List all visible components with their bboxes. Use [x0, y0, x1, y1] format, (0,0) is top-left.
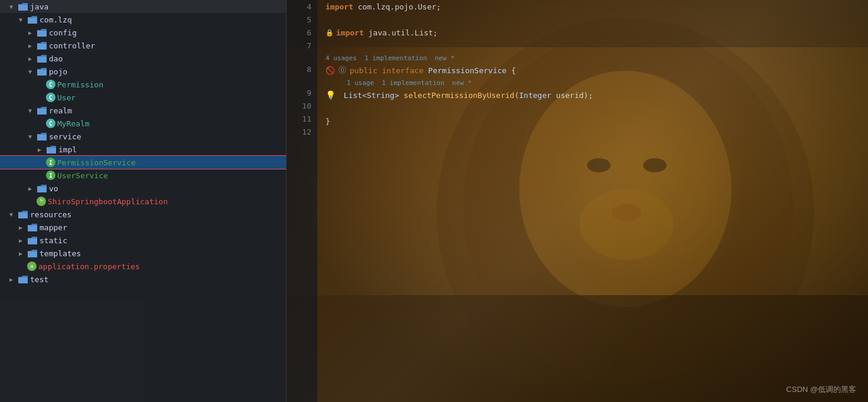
class-icon-myrealm: C: [46, 119, 55, 128]
item-label-controller: controller: [49, 41, 95, 50]
folder-icon-resources: [18, 210, 28, 218]
tree-item-comlzq[interactable]: com.lzq: [0, 13, 286, 26]
no-op-icon-8b: ⓪: [338, 65, 346, 76]
tree-item-pojo[interactable]: pojo: [0, 65, 286, 78]
arrow-controller: [28, 43, 37, 49]
folder-icon-controller: [37, 41, 47, 50]
arrow-dao: [28, 55, 37, 62]
code-line-11: }: [317, 115, 868, 128]
item-label-shirospringboot: ShiroSpringbootApplication: [48, 197, 168, 206]
hint-new-2[interactable]: new *: [452, 79, 472, 87]
item-label-userservice: UserService: [57, 171, 108, 180]
code-line-9: 💡 List<String> selectPermissionByUserid …: [317, 89, 868, 102]
hint-line-2: 1 usage 1 implementation new *: [317, 77, 868, 89]
arrow-service: [28, 133, 37, 140]
space-8b: [423, 66, 428, 75]
item-label-permissionservice: PermissionService: [57, 158, 136, 167]
tree-item-templates[interactable]: templates: [0, 247, 286, 260]
tree-item-resources[interactable]: resources: [0, 208, 286, 221]
line-num-hint1: -: [287, 52, 317, 63]
item-label-user: User: [57, 93, 75, 102]
paren-9: (: [514, 91, 519, 100]
item-label-templates: templates: [40, 249, 81, 258]
item-label-java: java: [30, 2, 48, 11]
code-overlay: 4 5 6 7 - 8 - 9 10 11 12 import com.lzq.…: [287, 0, 868, 402]
tree-item-permission-class[interactable]: C Permission: [0, 78, 286, 91]
csdn-watermark: CSDN @低调的黑客: [786, 384, 856, 395]
item-label-impl: impl: [58, 145, 77, 154]
code-text-4: com.lzq.pojo.User;: [353, 2, 441, 11]
folder-icon-templates: [27, 249, 38, 257]
code-line-12: [317, 128, 868, 140]
item-label-config: config: [49, 28, 77, 37]
hint-sep-2b: [445, 79, 452, 87]
tree-item-static[interactable]: static: [0, 234, 286, 247]
hint-usages-1[interactable]: 4 usages: [326, 54, 357, 62]
line-numbers-gutter: 4 5 6 7 - 8 - 9 10 11 12: [287, 0, 317, 402]
props-icon-application: ⚙: [27, 262, 37, 271]
hint-impl-2[interactable]: 1 implementation: [382, 79, 445, 87]
tree-item-myrealm[interactable]: C MyRealm: [0, 117, 286, 130]
kw-interface-8: interface: [382, 66, 423, 75]
hint-usage-2[interactable]: 1 usage: [347, 79, 374, 87]
tree-item-userservice[interactable]: I UserService: [0, 169, 286, 182]
line-num-6: 6: [287, 26, 317, 39]
arrow-resources: [9, 211, 18, 218]
brace-8: {: [507, 66, 516, 75]
item-label-resources: resources: [30, 210, 71, 219]
lock-icon-line6: 🔒: [326, 29, 334, 37]
space-9b: [399, 91, 404, 100]
arrow-impl: [38, 146, 46, 153]
param-type-9: Integer: [519, 91, 551, 100]
arrow-static: [19, 237, 27, 244]
item-label-test: test: [30, 275, 48, 284]
code-line-4: import com.lzq.pojo.User;: [317, 0, 868, 13]
item-label-comlzq: com.lzq: [40, 15, 72, 24]
code-text-6: java.util.List;: [364, 28, 438, 37]
item-label-dao: dao: [49, 54, 63, 63]
folder-icon-dao: [37, 54, 47, 63]
tree-item-application-properties[interactable]: ⚙ application.properties: [0, 260, 286, 273]
arrow-test: [9, 276, 18, 283]
line-num-11: 11: [287, 112, 317, 125]
line-num-4: 4: [287, 0, 317, 13]
line-num-10: 10: [287, 99, 317, 112]
line-num-9: 9: [287, 86, 317, 99]
tree-item-permissionservice[interactable]: I PermissionService: [0, 156, 286, 169]
arrow-config: [28, 30, 37, 36]
tree-item-service[interactable]: service: [0, 130, 286, 143]
interface-icon-permissionservice: I: [46, 158, 55, 167]
tree-item-vo[interactable]: vo: [0, 182, 286, 195]
interface-icon-userservice: I: [46, 171, 55, 180]
hint-sep-1a: [357, 54, 364, 62]
folder-icon-config: [37, 28, 47, 37]
folder-icon-static: [27, 236, 38, 244]
tree-item-shirospringboot[interactable]: 🍃 ShiroSpringbootApplication: [0, 195, 286, 208]
hint-sep-1b: [427, 54, 435, 62]
file-tree[interactable]: java com.lzq config controller dao: [0, 0, 286, 402]
tree-item-impl[interactable]: impl: [0, 143, 286, 156]
close-brace-11: }: [326, 117, 330, 126]
folder-icon-realm: [37, 106, 47, 115]
list-type-9: List<String>: [344, 91, 399, 100]
method-name-9: selectPermissionByUserid: [404, 91, 515, 100]
tree-item-mapper[interactable]: mapper: [0, 221, 286, 234]
tree-item-realm[interactable]: realm: [0, 104, 286, 117]
item-label-pojo: pojo: [49, 67, 67, 76]
tree-item-config[interactable]: config: [0, 26, 286, 39]
arrow-pojo: [28, 68, 37, 75]
tree-item-dao[interactable]: dao: [0, 52, 286, 65]
no-op-icon-8a: 🚫: [326, 66, 335, 75]
code-line-6: 🔒 import java.util.List;: [317, 26, 868, 39]
space-9a: [339, 91, 344, 100]
hint-new-1[interactable]: new *: [435, 54, 454, 62]
code-editor: 4 5 6 7 - 8 - 9 10 11 12 import com.lzq.…: [287, 0, 868, 402]
tree-item-test[interactable]: test: [0, 273, 286, 286]
hint-impl-1[interactable]: 1 implementation: [364, 54, 427, 62]
item-label-service: service: [49, 132, 81, 141]
folder-icon-comlzq: [27, 15, 38, 24]
folder-icon-mapper: [27, 223, 38, 231]
tree-item-user-class[interactable]: C User: [0, 91, 286, 104]
tree-item-controller[interactable]: controller: [0, 39, 286, 52]
tree-item-java[interactable]: java: [0, 0, 286, 13]
